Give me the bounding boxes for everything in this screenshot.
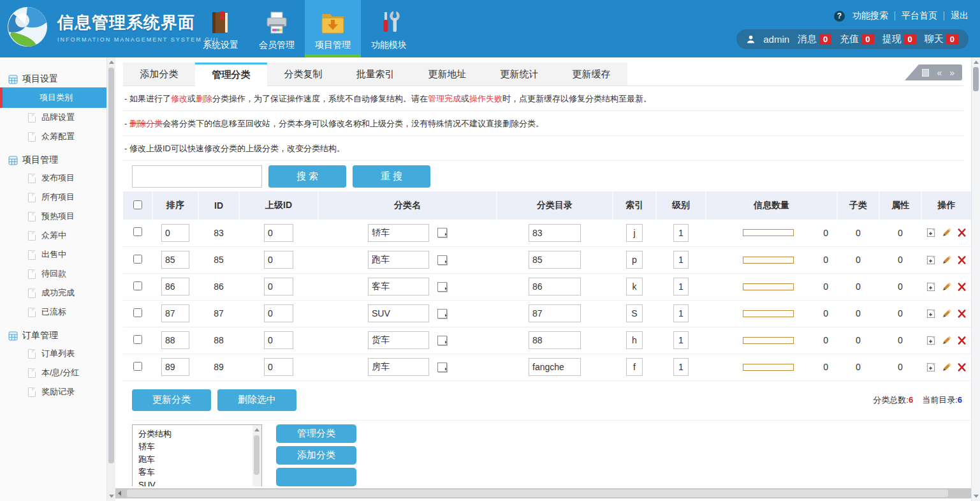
sidebar-item-pending-repayment[interactable]: 待回款 xyxy=(0,264,106,283)
category-dir-input[interactable] xyxy=(529,224,581,242)
nav-item-member-management[interactable]: 会员管理 xyxy=(249,0,305,57)
sidebar-item-crowdfunding-active[interactable]: 众筹中 xyxy=(0,226,106,245)
level-input[interactable] xyxy=(673,224,689,242)
delete-x-icon[interactable] xyxy=(956,255,967,265)
category-structure-listbox[interactable]: 分类结构 轿车 跑车 客车 SUV xyxy=(132,424,262,486)
parent-id-input[interactable] xyxy=(264,358,293,376)
sidebar-item-order-list[interactable]: 订单列表 xyxy=(0,344,106,363)
recharge-stat[interactable]: 充值0 xyxy=(840,33,874,45)
delete-x-icon[interactable] xyxy=(956,335,967,346)
nav-item-system-settings[interactable]: 系统设置 xyxy=(193,0,249,57)
parent-id-input[interactable] xyxy=(264,331,293,349)
listbox-item[interactable]: SUV xyxy=(138,479,249,486)
sidebar-item-on-sale[interactable]: 出售中 xyxy=(0,245,106,264)
sidebar-item-crowdfunding-config[interactable]: 众筹配置 xyxy=(0,127,106,146)
sidebar-item-preheat-projects[interactable]: 预热项目 xyxy=(0,207,106,226)
sort-input[interactable] xyxy=(161,304,189,322)
sort-input[interactable] xyxy=(161,331,189,349)
row-checkbox[interactable] xyxy=(133,362,142,371)
scroll-up-arrow[interactable] xyxy=(974,61,979,64)
level-input[interactable] xyxy=(673,358,689,376)
add-subcategory-icon[interactable] xyxy=(926,281,937,292)
listbox-item[interactable]: 客车 xyxy=(138,466,249,479)
edit-pencil-icon[interactable] xyxy=(941,281,952,292)
category-dir-input[interactable] xyxy=(529,358,581,376)
nav-item-project-management[interactable]: 项目管理 xyxy=(305,0,361,57)
category-name-input[interactable] xyxy=(368,358,429,376)
row-checkbox[interactable] xyxy=(133,255,142,264)
sidebar-item-all-projects[interactable]: 所有项目 xyxy=(0,188,106,207)
category-name-input[interactable] xyxy=(368,224,429,242)
index-input[interactable] xyxy=(626,224,643,242)
chevrons-right-icon[interactable]: » xyxy=(949,68,954,77)
tab-manage-category[interactable]: 管理分类 xyxy=(195,63,267,86)
tab-copy-category[interactable]: 分类复制 xyxy=(267,63,339,86)
row-checkbox[interactable] xyxy=(133,308,142,317)
sidebar-item-completed[interactable]: 成功完成 xyxy=(0,283,106,303)
search-input[interactable] xyxy=(132,165,262,188)
scroll-down-arrow[interactable] xyxy=(974,495,979,498)
add-subcategory-icon[interactable] xyxy=(926,255,937,265)
scroll-left-arrow[interactable] xyxy=(118,491,121,496)
delete-x-icon[interactable] xyxy=(956,308,967,319)
delete-x-icon[interactable] xyxy=(956,281,967,292)
messages-stat[interactable]: 消息0 xyxy=(798,33,831,45)
row-checkbox[interactable] xyxy=(133,281,142,290)
picker-dropdown-icon[interactable] xyxy=(437,336,447,345)
category-name-input[interactable] xyxy=(368,304,429,322)
tab-batch-index[interactable]: 批量索引 xyxy=(339,63,411,86)
index-input[interactable] xyxy=(626,304,643,322)
add-category-button[interactable]: 添加分类 xyxy=(276,446,356,465)
parent-id-input[interactable] xyxy=(264,251,293,269)
manage-category-button[interactable]: 管理分类 xyxy=(276,424,356,443)
tab-update-address[interactable]: 更新地址 xyxy=(411,63,483,86)
research-button[interactable]: 重 搜 xyxy=(353,165,430,188)
sidebar-item-brand-settings[interactable]: 品牌设置 xyxy=(0,108,106,127)
sidebar-item-publish-project[interactable]: 发布项目 xyxy=(0,168,106,188)
category-dir-input[interactable] xyxy=(529,278,581,295)
category-dir-input[interactable] xyxy=(529,304,581,322)
parent-id-input[interactable] xyxy=(264,224,293,242)
tab-update-statistics[interactable]: 更新统计 xyxy=(483,63,555,86)
level-input[interactable] xyxy=(673,251,689,269)
delete-x-icon[interactable] xyxy=(956,362,967,373)
picker-dropdown-icon[interactable] xyxy=(437,228,447,237)
index-input[interactable] xyxy=(626,331,643,349)
edit-pencil-icon[interactable] xyxy=(941,362,952,373)
scrollbar-thumb[interactable] xyxy=(254,435,260,475)
level-input[interactable] xyxy=(673,331,689,349)
edit-pencil-icon[interactable] xyxy=(941,255,952,265)
sidebar-item-reward-records[interactable]: 奖励记录 xyxy=(0,382,106,401)
sidebar-item-principal-interest-dividend[interactable]: 本/息/分红 xyxy=(0,363,106,382)
category-dir-input[interactable] xyxy=(529,331,581,349)
delete-selected-button[interactable]: 删除选中 xyxy=(217,389,296,411)
tab-update-cache[interactable]: 更新缓存 xyxy=(555,63,627,86)
index-input[interactable] xyxy=(626,251,643,269)
delete-x-icon[interactable] xyxy=(956,227,967,238)
picker-dropdown-icon[interactable] xyxy=(437,255,447,265)
category-dir-input[interactable] xyxy=(529,251,581,269)
chat-stat[interactable]: 聊天0 xyxy=(925,33,958,45)
scrollbar-thumb[interactable] xyxy=(973,67,979,91)
sort-input[interactable] xyxy=(161,251,189,269)
scroll-down-arrow[interactable] xyxy=(109,495,114,498)
row-checkbox[interactable] xyxy=(133,335,142,344)
category-name-input[interactable] xyxy=(368,251,429,269)
chevrons-left-icon[interactable]: « xyxy=(937,68,942,77)
select-all-checkbox[interactable] xyxy=(133,200,142,209)
logout-link[interactable]: 退出 xyxy=(951,10,969,22)
scroll-up-arrow[interactable] xyxy=(254,428,260,431)
listbox-item[interactable]: 轿车 xyxy=(138,440,249,453)
add-subcategory-icon[interactable] xyxy=(926,335,937,346)
category-name-input[interactable] xyxy=(368,331,429,349)
nav-item-function-modules[interactable]: 功能模块 xyxy=(361,0,417,57)
platform-home-link[interactable]: 平台首页 xyxy=(902,10,937,22)
scrollbar-thumb[interactable] xyxy=(127,490,948,497)
edit-pencil-icon[interactable] xyxy=(941,335,952,346)
sort-input[interactable] xyxy=(161,224,189,242)
sidebar-item-project-category[interactable]: 项目类别 xyxy=(0,87,106,108)
withdraw-stat[interactable]: 提现0 xyxy=(882,33,916,45)
parent-id-input[interactable] xyxy=(264,304,293,322)
level-input[interactable] xyxy=(673,278,689,295)
search-button[interactable]: 搜 索 xyxy=(268,165,346,188)
